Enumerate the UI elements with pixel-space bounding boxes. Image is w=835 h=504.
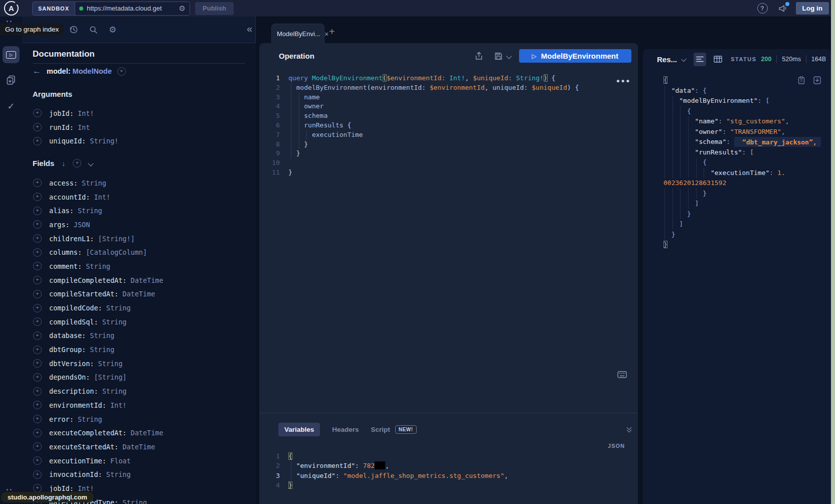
field-signature[interactable]: executeStartedAt: DateTime <box>49 443 155 451</box>
collapse-panel-icon[interactable]: « <box>247 23 252 35</box>
field-signature[interactable]: compileStartedAt: DateTime <box>49 290 155 298</box>
breadcrumb-type-link[interactable]: ModelNode <box>73 67 112 75</box>
search-icon[interactable] <box>89 26 98 34</box>
field-signature[interactable]: childrenL1: [String!] <box>49 235 135 243</box>
tab-variables[interactable]: Variables <box>278 423 320 436</box>
add-field-button[interactable]: + <box>33 387 42 396</box>
field-signature[interactable]: dependsOn: [String] <box>49 373 126 381</box>
tab-close-icon[interactable]: × <box>324 30 329 38</box>
field-signature[interactable]: comment: String <box>49 262 110 270</box>
settings-gear-icon[interactable]: ⚙ <box>109 25 116 35</box>
editor-overflow-menu-icon[interactable]: ●●● <box>616 77 631 84</box>
save-operation-icon[interactable] <box>494 52 503 60</box>
field-signature[interactable]: invocationId: String <box>49 470 131 478</box>
add-field-button[interactable]: + <box>33 415 42 423</box>
indent-guide <box>663 96 679 106</box>
share-operation-icon[interactable] <box>475 52 483 60</box>
add-field-button[interactable]: + <box>33 456 42 465</box>
field-signature[interactable]: accountId: Int! <box>49 193 110 201</box>
field-signature[interactable]: dbtGroup: String <box>49 346 114 354</box>
announcements-icon[interactable] <box>778 4 788 13</box>
sidebar-item-changelog[interactable] <box>0 75 22 85</box>
code-token: modelByEnvironment <box>296 84 367 91</box>
help-icon[interactable]: ? <box>757 3 768 14</box>
operation-editor[interactable]: 1query ModelByEnvironment($environmentId… <box>259 74 638 178</box>
new-tab-button[interactable]: + <box>329 26 335 38</box>
back-arrow-icon[interactable]: ← <box>33 66 41 76</box>
field-signature[interactable]: database: String <box>49 331 114 340</box>
tab-script[interactable]: Script <box>371 426 390 433</box>
save-options-chevron-icon[interactable] <box>506 53 512 59</box>
field-signature[interactable]: alias: String <box>49 207 102 215</box>
rail-bottom-icon[interactable] <box>7 489 12 490</box>
field-signature[interactable]: dbtVersion: String <box>49 360 122 368</box>
add-argument-button[interactable]: + <box>33 137 42 145</box>
tab-modelbyenvironment[interactable]: ModelByEnvi... × <box>271 24 324 43</box>
add-field-button[interactable]: + <box>33 346 42 354</box>
add-field-button[interactable]: + <box>33 359 42 368</box>
connection-settings-icon[interactable]: ⚙ <box>179 5 186 12</box>
add-field-button[interactable]: + <box>33 470 42 479</box>
add-field-button[interactable]: + <box>33 484 42 492</box>
add-field-button[interactable]: + <box>33 290 42 298</box>
add-field-button[interactable]: + <box>33 304 42 312</box>
field-signature[interactable]: description: String <box>49 387 126 395</box>
endpoint-url-field[interactable]: https://metadata.cloud.get ⚙ <box>75 2 190 15</box>
add-field-button[interactable]: + <box>33 179 42 187</box>
add-field-button[interactable]: + <box>33 317 42 326</box>
add-field-button[interactable]: + <box>33 193 42 201</box>
sidebar-item-checks[interactable]: ✓ <box>0 101 22 112</box>
sidebar-item-explorer[interactable]: ▷ <box>3 46 20 63</box>
add-field-button[interactable]: + <box>33 373 42 382</box>
field-signature[interactable]: args: JSON <box>49 221 90 229</box>
field-signature[interactable]: columns: [CatalogColumn] <box>49 248 147 256</box>
field-signature[interactable]: runId: Int <box>49 123 90 131</box>
add-field-button[interactable]: + <box>33 262 42 270</box>
response-view-table-button[interactable] <box>714 56 722 63</box>
response-json-viewer[interactable]: {"data": {"modelByEnvironment": [{"name"… <box>663 75 829 250</box>
field-signature[interactable]: compileCompletedAt: DateTime <box>49 276 163 284</box>
field-signature[interactable]: error: String <box>49 415 102 423</box>
variables-editor[interactable]: 1{2"environmentId": 782,3"uniqueId": "mo… <box>259 451 638 490</box>
field-signature[interactable]: jobId: Int! <box>49 484 94 492</box>
field-signature[interactable]: access: String <box>49 179 106 187</box>
apollo-logo-icon[interactable]: A <box>4 1 19 16</box>
add-argument-button[interactable]: + <box>33 123 42 131</box>
add-field-button[interactable]: + <box>33 401 42 409</box>
login-button[interactable]: Log in <box>796 2 829 15</box>
history-icon[interactable] <box>69 25 78 34</box>
response-code-line: { <box>663 106 829 117</box>
add-type-button[interactable]: + <box>117 67 126 76</box>
field-signature[interactable]: compiledSql: String <box>49 318 126 326</box>
add-field-button[interactable]: + <box>33 429 42 437</box>
run-operation-button[interactable]: ▷ ModelByEnvironment <box>519 49 631 63</box>
endpoint-url-text[interactable]: https://metadata.cloud.get <box>87 5 176 12</box>
field-signature[interactable]: executionTime: Float <box>49 457 131 465</box>
graph-index-icon[interactable] <box>7 21 12 22</box>
tab-headers[interactable]: Headers <box>332 426 359 433</box>
add-field-button[interactable]: + <box>33 234 42 243</box>
add-field-button[interactable]: + <box>33 276 42 284</box>
variables-code-line: 2"environmentId": 782, <box>259 461 638 470</box>
add-argument-button[interactable]: + <box>33 109 42 117</box>
field-signature[interactable]: compiledCode: String <box>49 304 131 312</box>
sort-fields-icon[interactable]: ↓ <box>62 159 65 167</box>
add-field-button[interactable]: + <box>33 248 42 257</box>
add-field-button[interactable]: + <box>33 331 42 340</box>
keyboard-shortcuts-icon[interactable] <box>617 371 627 378</box>
field-signature[interactable]: executeCompletedAt: DateTime <box>49 429 163 437</box>
publish-button[interactable]: Publish <box>195 2 234 15</box>
response-title-chevron-icon[interactable] <box>681 57 687 62</box>
collapse-variables-icon[interactable] <box>627 427 631 432</box>
add-field-button[interactable]: + <box>33 442 42 451</box>
response-view-json-button[interactable] <box>694 53 706 66</box>
response-code-line: ] <box>663 199 829 209</box>
line-number: 3 <box>259 471 280 480</box>
field-signature[interactable]: uniqueId: String! <box>49 137 118 145</box>
add-field-button[interactable]: + <box>33 207 42 215</box>
field-signature[interactable]: environmentId: Int! <box>49 401 126 409</box>
field-signature[interactable]: jobId: Int! <box>49 109 94 117</box>
add-all-fields-button[interactable]: + <box>73 159 81 167</box>
fields-options-chevron-icon[interactable] <box>88 160 94 166</box>
add-field-button[interactable]: + <box>33 220 42 229</box>
